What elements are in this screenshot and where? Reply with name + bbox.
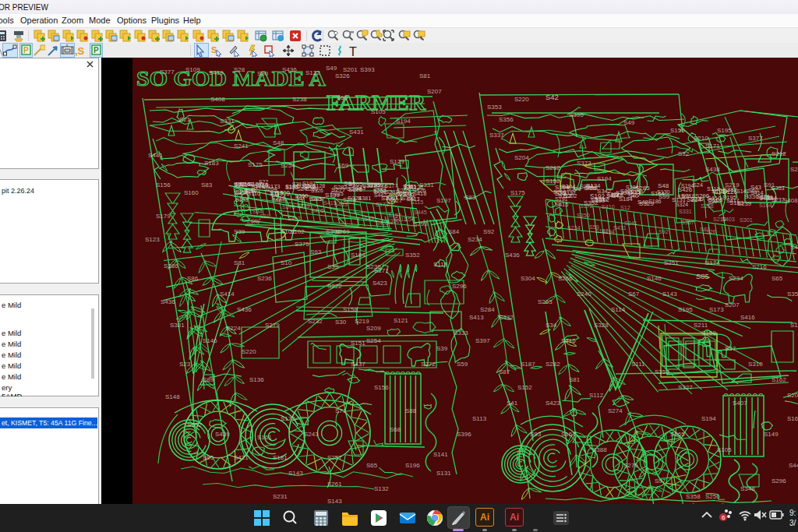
- svg-text:S324: S324: [676, 202, 688, 207]
- svg-text:S81: S81: [419, 72, 431, 79]
- svg-text:S114: S114: [611, 306, 626, 313]
- svg-text:S220: S220: [242, 348, 256, 355]
- svg-text:S375: S375: [295, 241, 309, 248]
- svg-text:S416: S416: [740, 314, 755, 321]
- svg-text:S131: S131: [436, 470, 451, 477]
- svg-text:S250: S250: [705, 493, 720, 500]
- svg-text:S377: S377: [160, 69, 175, 76]
- svg-text:S193: S193: [235, 197, 248, 203]
- svg-text:S175: S175: [248, 161, 263, 168]
- svg-text:S436: S436: [237, 306, 252, 313]
- svg-text:S152: S152: [517, 384, 532, 391]
- svg-text:S90: S90: [257, 70, 269, 77]
- svg-text:S348: S348: [740, 485, 755, 492]
- svg-text:S281: S281: [790, 166, 798, 173]
- svg-text:S195: S195: [678, 306, 693, 313]
- svg-text:S197: S197: [436, 197, 451, 204]
- svg-text:S353: S353: [487, 104, 502, 111]
- svg-text:S24: S24: [693, 181, 703, 188]
- svg-text:S39: S39: [436, 345, 448, 352]
- svg-text:S204: S204: [514, 154, 529, 161]
- svg-text:S171: S171: [705, 143, 720, 150]
- svg-text:S436: S436: [505, 252, 520, 259]
- svg-text:S413: S413: [469, 314, 484, 321]
- svg-text:S129: S129: [390, 158, 404, 165]
- svg-text:S191: S191: [555, 196, 568, 203]
- svg-text:S407: S407: [733, 400, 747, 407]
- svg-text:S279: S279: [265, 322, 280, 329]
- svg-text:S219: S219: [725, 181, 740, 188]
- svg-text:S253: S253: [655, 368, 669, 375]
- svg-text:S358: S358: [787, 291, 798, 298]
- svg-text:S148: S148: [165, 393, 180, 400]
- svg-text:S132: S132: [374, 485, 389, 492]
- svg-text:S254: S254: [281, 162, 295, 169]
- svg-text:S169: S169: [701, 329, 716, 336]
- svg-text:S337: S337: [489, 132, 504, 139]
- svg-text:S266: S266: [558, 275, 573, 282]
- svg-text:S241: S241: [234, 143, 249, 150]
- svg-text:S172: S172: [281, 415, 295, 422]
- svg-text:S345: S345: [309, 196, 322, 202]
- svg-text:S32: S32: [678, 150, 690, 157]
- svg-text:S105: S105: [371, 108, 386, 115]
- svg-text:S439: S439: [215, 431, 230, 438]
- svg-text:S179: S179: [156, 213, 171, 220]
- svg-text:S209: S209: [366, 325, 381, 332]
- svg-text:S141: S141: [433, 451, 448, 458]
- svg-text:S83: S83: [464, 194, 476, 201]
- svg-text:S34: S34: [546, 322, 557, 329]
- svg-text:S310: S310: [748, 361, 763, 368]
- svg-text:S95: S95: [203, 454, 214, 461]
- svg-text:S152: S152: [546, 178, 560, 185]
- svg-text:S196: S196: [405, 462, 420, 469]
- svg-text:S21: S21: [179, 116, 191, 123]
- svg-text:S241: S241: [624, 220, 637, 227]
- svg-text:S157: S157: [388, 212, 401, 219]
- svg-text:S356: S356: [499, 116, 514, 123]
- svg-text:S251: S251: [664, 259, 679, 266]
- svg-text:S48: S48: [658, 182, 669, 189]
- svg-text:S263: S263: [538, 298, 553, 305]
- svg-text:S174: S174: [705, 259, 720, 266]
- svg-text:S423: S423: [373, 280, 387, 287]
- svg-text:S59: S59: [457, 361, 468, 368]
- svg-text:S207: S207: [725, 301, 740, 308]
- svg-text:S301: S301: [740, 217, 753, 224]
- svg-text:S296: S296: [452, 283, 467, 290]
- svg-text:S234: S234: [729, 275, 743, 282]
- svg-text:S238: S238: [292, 96, 307, 103]
- svg-text:S167: S167: [561, 431, 576, 438]
- svg-text:S282: S282: [546, 361, 560, 368]
- svg-text:S102: S102: [290, 228, 305, 235]
- svg-text:S331: S331: [220, 118, 235, 125]
- svg-text:S112: S112: [707, 185, 720, 192]
- svg-text:S336: S336: [744, 193, 759, 200]
- svg-text:S396: S396: [457, 431, 471, 438]
- svg-text:,S: ,S: [75, 45, 85, 57]
- svg-text:S243: S243: [304, 431, 319, 438]
- svg-text:S111: S111: [631, 361, 645, 368]
- svg-text:S231: S231: [273, 493, 288, 500]
- svg-text:S42: S42: [546, 93, 559, 101]
- svg-text:S234: S234: [468, 236, 482, 243]
- svg-text:!: !: [420, 34, 422, 41]
- svg-text:S85: S85: [696, 272, 709, 280]
- svg-text:S81: S81: [234, 259, 245, 266]
- svg-text:S281: S281: [385, 188, 399, 196]
- svg-text:S213: S213: [713, 216, 726, 223]
- svg-text:S183: S183: [204, 160, 219, 167]
- svg-text:S: S: [211, 45, 217, 55]
- svg-text:S414: S414: [220, 291, 235, 298]
- svg-text:S207: S207: [427, 88, 442, 95]
- svg-text:S43: S43: [364, 215, 374, 222]
- svg-text:S212: S212: [772, 150, 786, 157]
- svg-text:S143: S143: [662, 291, 677, 298]
- svg-text:S150: S150: [670, 127, 685, 134]
- svg-text:S331: S331: [419, 181, 434, 188]
- svg-text:P: P: [23, 46, 29, 55]
- svg-text:S71: S71: [335, 407, 347, 414]
- svg-text:S365: S365: [670, 431, 685, 438]
- svg-text:S87: S87: [499, 368, 510, 375]
- svg-text:S65: S65: [772, 275, 783, 282]
